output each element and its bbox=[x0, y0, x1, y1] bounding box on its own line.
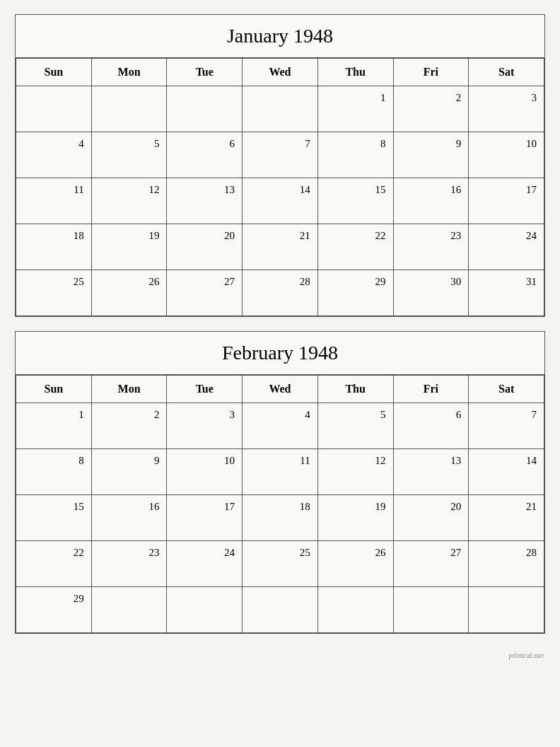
day-cell-0-0-5: 2 bbox=[393, 86, 469, 132]
header-mon: Mon bbox=[91, 376, 167, 403]
day-cell-0-4-6: 31 bbox=[469, 270, 544, 316]
day-cell-0-4-5: 30 bbox=[393, 270, 469, 316]
day-cell-1-4-0: 29 bbox=[16, 587, 92, 633]
day-cell-1-3-0: 22 bbox=[16, 541, 92, 587]
day-cell-1-4-2 bbox=[167, 587, 243, 633]
header-sun: Sun bbox=[16, 376, 92, 403]
day-cell-1-0-5: 6 bbox=[393, 403, 469, 449]
day-cell-0-3-3: 21 bbox=[243, 224, 318, 270]
day-cell-1-3-3: 25 bbox=[243, 541, 318, 587]
day-cell-1-1-0: 8 bbox=[16, 449, 92, 495]
day-cell-0-3-0: 18 bbox=[16, 224, 92, 270]
header-thu: Thu bbox=[317, 59, 393, 86]
day-cell-0-2-1: 12 bbox=[91, 178, 167, 224]
calendar-january-1948: January 1948SunMonTueWedThuFriSat1234567… bbox=[15, 14, 545, 317]
day-cell-1-1-1: 9 bbox=[91, 449, 167, 495]
day-cell-1-4-1 bbox=[91, 587, 167, 633]
day-cell-0-1-4: 8 bbox=[317, 132, 393, 178]
calendar-february-1948: February 1948SunMonTueWedThuFriSat123456… bbox=[15, 331, 545, 634]
header-mon: Mon bbox=[91, 59, 167, 86]
day-cell-1-2-6: 21 bbox=[469, 495, 544, 541]
day-cell-0-1-5: 9 bbox=[393, 132, 469, 178]
day-cell-0-3-5: 23 bbox=[393, 224, 469, 270]
day-cell-0-2-0: 11 bbox=[16, 178, 92, 224]
day-cell-1-0-4: 5 bbox=[317, 403, 393, 449]
day-cell-1-3-6: 28 bbox=[469, 541, 544, 587]
header-tue: Tue bbox=[167, 376, 243, 403]
day-cell-1-4-5 bbox=[393, 587, 469, 633]
day-cell-0-0-3 bbox=[243, 86, 318, 132]
day-cell-0-1-1: 5 bbox=[91, 132, 167, 178]
day-cell-1-0-3: 4 bbox=[243, 403, 318, 449]
day-cell-1-3-5: 27 bbox=[393, 541, 469, 587]
day-cell-1-3-1: 23 bbox=[91, 541, 167, 587]
day-cell-1-2-1: 16 bbox=[91, 495, 167, 541]
day-cell-0-3-1: 19 bbox=[91, 224, 167, 270]
day-cell-0-2-6: 17 bbox=[469, 178, 544, 224]
header-sat: Sat bbox=[469, 376, 544, 403]
day-cell-1-4-6 bbox=[469, 587, 544, 633]
day-cell-1-1-5: 13 bbox=[393, 449, 469, 495]
day-cell-0-0-2 bbox=[167, 86, 243, 132]
header-thu: Thu bbox=[317, 376, 393, 403]
day-cell-1-3-4: 26 bbox=[317, 541, 393, 587]
day-cell-0-1-0: 4 bbox=[16, 132, 92, 178]
day-cell-0-3-2: 20 bbox=[167, 224, 243, 270]
day-cell-1-1-3: 11 bbox=[243, 449, 318, 495]
day-cell-1-2-4: 19 bbox=[317, 495, 393, 541]
day-cell-0-0-1 bbox=[91, 86, 167, 132]
day-cell-1-2-3: 18 bbox=[243, 495, 318, 541]
day-cell-1-2-2: 17 bbox=[167, 495, 243, 541]
day-cell-1-0-0: 1 bbox=[16, 403, 92, 449]
day-cell-0-2-4: 15 bbox=[317, 178, 393, 224]
header-fri: Fri bbox=[393, 59, 469, 86]
day-cell-0-0-6: 3 bbox=[469, 86, 544, 132]
day-cell-1-2-0: 15 bbox=[16, 495, 92, 541]
day-cell-1-1-2: 10 bbox=[167, 449, 243, 495]
day-cell-0-3-6: 24 bbox=[469, 224, 544, 270]
day-cell-0-4-2: 27 bbox=[167, 270, 243, 316]
watermark: printcal.net bbox=[15, 648, 545, 659]
header-wed: Wed bbox=[243, 376, 318, 403]
day-cell-1-2-5: 20 bbox=[393, 495, 469, 541]
calendar-grid-1: SunMonTueWedThuFriSat1234567891011121314… bbox=[16, 375, 544, 633]
day-cell-0-4-3: 28 bbox=[243, 270, 318, 316]
day-cell-1-0-1: 2 bbox=[91, 403, 167, 449]
day-cell-0-2-2: 13 bbox=[167, 178, 243, 224]
header-sun: Sun bbox=[16, 59, 92, 86]
header-fri: Fri bbox=[393, 376, 469, 403]
day-cell-1-4-3 bbox=[243, 587, 318, 633]
calendar-grid-0: SunMonTueWedThuFriSat1234567891011121314… bbox=[16, 58, 544, 316]
day-cell-0-1-6: 10 bbox=[469, 132, 544, 178]
day-cell-0-2-5: 16 bbox=[393, 178, 469, 224]
header-tue: Tue bbox=[167, 59, 243, 86]
calendar-title-1: February 1948 bbox=[16, 332, 544, 375]
calendar-title-0: January 1948 bbox=[16, 15, 544, 58]
day-cell-0-1-3: 7 bbox=[243, 132, 318, 178]
day-cell-0-1-2: 6 bbox=[167, 132, 243, 178]
day-cell-0-3-4: 22 bbox=[317, 224, 393, 270]
day-cell-0-4-0: 25 bbox=[16, 270, 92, 316]
day-cell-1-4-4 bbox=[317, 587, 393, 633]
day-cell-1-0-6: 7 bbox=[469, 403, 544, 449]
day-cell-0-0-4: 1 bbox=[317, 86, 393, 132]
day-cell-1-1-4: 12 bbox=[317, 449, 393, 495]
day-cell-0-0-0 bbox=[16, 86, 92, 132]
calendar-container: January 1948SunMonTueWedThuFriSat1234567… bbox=[15, 14, 545, 659]
header-wed: Wed bbox=[243, 59, 318, 86]
day-cell-0-2-3: 14 bbox=[243, 178, 318, 224]
day-cell-1-0-2: 3 bbox=[167, 403, 243, 449]
day-cell-0-4-1: 26 bbox=[91, 270, 167, 316]
day-cell-0-4-4: 29 bbox=[317, 270, 393, 316]
day-cell-1-3-2: 24 bbox=[167, 541, 243, 587]
header-sat: Sat bbox=[469, 59, 544, 86]
day-cell-1-1-6: 14 bbox=[469, 449, 544, 495]
